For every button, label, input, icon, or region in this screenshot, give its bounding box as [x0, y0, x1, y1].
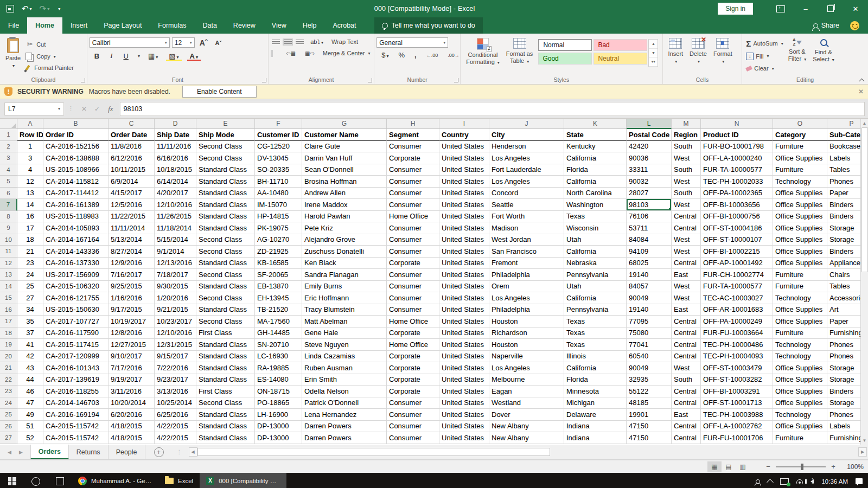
cell-L19[interactable]: 77041 [627, 339, 672, 351]
row-header-4[interactable]: 4 [0, 164, 17, 176]
cell-H4[interactable]: Consumer [387, 164, 439, 176]
cell-O21[interactable]: Office Supplies [773, 362, 827, 374]
cell-L27[interactable]: 47150 [627, 432, 672, 444]
insert-cells-button[interactable]: Insert▾ [665, 36, 687, 75]
cell-A12[interactable]: 23 [17, 258, 43, 269]
cell-P12[interactable]: Appliances [827, 258, 860, 269]
cell-L15[interactable]: 90049 [627, 292, 672, 304]
cell-style-good[interactable]: Good [538, 53, 592, 65]
cell-F7[interactable]: IM-15070 [255, 199, 302, 211]
cell-G17[interactable]: Matt Abelman [302, 316, 387, 328]
cell-F24[interactable]: PO-18865 [255, 397, 302, 409]
row-header-9[interactable]: 9 [0, 222, 17, 234]
cell-H20[interactable]: Corporate [387, 351, 439, 363]
cell-J4[interactable]: Fort Lauderdale [489, 164, 564, 176]
column-header-K[interactable]: K [564, 119, 627, 129]
cell-L11[interactable]: 94109 [627, 246, 672, 258]
row-header-12[interactable]: 12 [0, 258, 17, 269]
cell-D25[interactable]: 6/25/2016 [155, 409, 196, 421]
cell-B16[interactable]: US-2015-150630 [43, 304, 108, 316]
borders-button[interactable]: ▦▾ [145, 52, 161, 61]
cell-I21[interactable]: United States [439, 362, 489, 374]
cell-D17[interactable]: 10/23/2017 [155, 316, 196, 328]
cell-N22[interactable]: OFF-ST-10003282 [701, 374, 773, 386]
cell-H21[interactable]: Corporate [387, 362, 439, 374]
format-as-table-button[interactable]: Format asTable ▾ [503, 36, 537, 75]
cell-C18[interactable]: 12/8/2016 [108, 328, 155, 339]
autosum-button[interactable]: ΣAutoSum▾ [744, 39, 784, 48]
tray-chevron-icon[interactable] [768, 478, 773, 485]
cell-J23[interactable]: Eagan [489, 386, 564, 397]
decrease-decimal-button[interactable]: .00→ [445, 52, 462, 59]
comma-style-button[interactable]: , [412, 50, 419, 60]
cell-O11[interactable]: Office Supplies [773, 246, 827, 258]
cell-G19[interactable]: Steve Nguyen [302, 339, 387, 351]
wifi-icon[interactable] [796, 479, 803, 484]
cell-E1[interactable]: Ship Mode [196, 129, 255, 141]
cell-O22[interactable]: Office Supplies [773, 374, 827, 386]
cell-P3[interactable]: Labels [827, 152, 860, 164]
row-header-8[interactable]: 8 [0, 211, 17, 223]
cell-P1[interactable]: Sub-Category [827, 129, 860, 141]
cell-H18[interactable]: Corporate [387, 328, 439, 339]
cell-H1[interactable]: Segment [387, 129, 439, 141]
cell-L10[interactable]: 84084 [627, 234, 672, 246]
cell-B9[interactable]: CA-2014-105893 [43, 222, 108, 234]
cell-I19[interactable]: United States [439, 339, 489, 351]
cell-D1[interactable]: Ship Date [155, 129, 196, 141]
cell-J24[interactable]: Westland [489, 397, 564, 409]
cell-C3[interactable]: 6/12/2016 [108, 152, 155, 164]
cell-G14[interactable]: Emily Burns [302, 281, 387, 293]
cell-I2[interactable]: United States [439, 141, 489, 153]
cell-E8[interactable]: Standard Class [196, 211, 255, 223]
cell-M19[interactable]: Central [672, 339, 701, 351]
cell-F6[interactable]: AA-10480 [255, 188, 302, 200]
column-header-J[interactable]: J [489, 119, 564, 129]
row-header-24[interactable]: 24 [0, 397, 17, 409]
cell-P23[interactable]: Binders [827, 386, 860, 397]
cell-E27[interactable]: Standard Class [196, 432, 255, 444]
cell-K26[interactable]: Indiana [564, 421, 627, 433]
cell-M1[interactable]: Region [672, 129, 701, 141]
column-header-I[interactable]: I [439, 119, 489, 129]
tab-data[interactable]: Data [194, 17, 225, 34]
column-header-M[interactable]: M [672, 119, 701, 129]
cell-J12[interactable]: Fremont [489, 258, 564, 269]
cell-G20[interactable]: Linda Cazamias [302, 351, 387, 363]
cell-style-bad[interactable]: Bad [593, 39, 647, 51]
cell-M13[interactable]: East [672, 269, 701, 281]
cell-O6[interactable]: Office Supplies [773, 188, 827, 200]
cell-L3[interactable]: 90036 [627, 152, 672, 164]
cell-O9[interactable]: Office Supplies [773, 222, 827, 234]
column-header-D[interactable]: D [155, 119, 196, 129]
cell-P4[interactable]: Tables [827, 164, 860, 176]
cell-G7[interactable]: Irene Maddox [302, 199, 387, 211]
normal-view-icon[interactable]: ▦ [707, 461, 722, 472]
enable-content-button[interactable]: Enable Content [182, 86, 257, 98]
sheet-nav-right-icon[interactable]: ▶ [19, 450, 23, 455]
cell-E20[interactable]: Standard Class [196, 351, 255, 363]
cell-A26[interactable]: 51 [17, 421, 43, 433]
cell-C12[interactable]: 12/9/2016 [108, 258, 155, 269]
cell-F15[interactable]: EH-13945 [255, 292, 302, 304]
cell-C17[interactable]: 10/19/2017 [108, 316, 155, 328]
cell-P2[interactable]: Bookcases [827, 141, 860, 153]
cell-L18[interactable]: 75080 [627, 328, 672, 339]
cell-N25[interactable]: TEC-PH-10003988 [701, 409, 773, 421]
cell-D24[interactable]: 10/25/2014 [155, 397, 196, 409]
cell-J2[interactable]: Henderson [489, 141, 564, 153]
cell-J27[interactable]: New Albany [489, 432, 564, 444]
cell-A4[interactable]: 4 [17, 164, 43, 176]
cell-F8[interactable]: HP-14815 [255, 211, 302, 223]
cell-P17[interactable]: Paper [827, 316, 860, 328]
cell-B1[interactable]: Order ID [43, 129, 108, 141]
vertical-scroll-thumb[interactable] [861, 127, 868, 272]
cell-G6[interactable]: Andrew Allen [302, 188, 387, 200]
cell-N8[interactable]: OFF-BI-10000756 [701, 211, 773, 223]
scrollbar-splitter[interactable]: ⋮ [177, 449, 182, 455]
font-dialog-launcher[interactable] [262, 78, 266, 82]
cell-B5[interactable]: CA-2014-115812 [43, 176, 108, 188]
increase-decimal-button[interactable]: ←.00 [424, 52, 441, 59]
cell-J13[interactable]: Philadelphia [489, 269, 564, 281]
tab-help[interactable]: Help [295, 17, 325, 34]
